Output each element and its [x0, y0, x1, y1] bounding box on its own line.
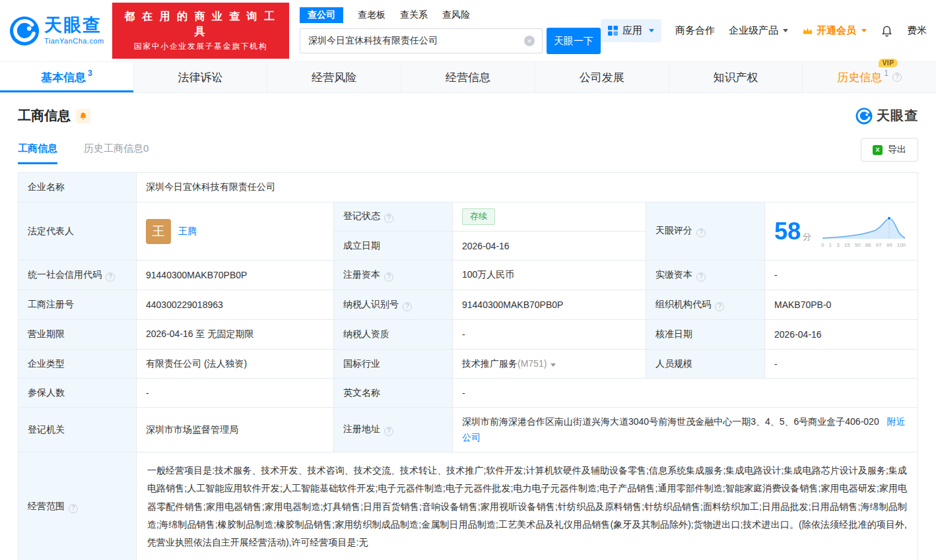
tab-badge: 1: [884, 69, 888, 78]
chevron-down-icon: [861, 29, 867, 32]
help-icon[interactable]: ?: [384, 427, 393, 436]
legal-rep-value: 王 王腾: [137, 202, 334, 261]
slogan-line1: 都 在 用 的 商 业 查 询 工 具: [119, 9, 283, 39]
chevron-down-icon: [649, 29, 654, 32]
tab-operation-risk[interactable]: 经营风险: [267, 62, 401, 92]
score-value-cell: 58分 0131550869799100: [765, 202, 918, 261]
business-info-table: 企业名称 深圳今日宜休科技有限责任公司 法定代表人 王 王腾 登记状态? 存续: [18, 172, 918, 560]
score-value: 58: [774, 218, 801, 245]
reg-capital-value: 100万人民币: [453, 261, 646, 290]
help-icon[interactable]: ?: [696, 228, 706, 237]
search-tab-company[interactable]: 查公司: [300, 7, 343, 23]
export-button[interactable]: X 导出: [861, 138, 918, 162]
crown-icon: [802, 26, 813, 35]
business-cooperation-link[interactable]: 商务合作: [675, 24, 715, 37]
excel-icon: X: [873, 145, 883, 155]
help-icon[interactable]: ?: [403, 302, 412, 311]
credit-code-value: 91440300MAKB70PB0P: [137, 261, 334, 290]
company-nav-tabs: 基本信息 3 法律诉讼 经营风险 经营信息 公司发展 知识产权 历史信息 VIP…: [0, 61, 936, 93]
staff-size-label: 人员规模: [646, 350, 765, 379]
open-vip-menu[interactable]: 开通会员: [802, 24, 867, 37]
chevron-down-icon[interactable]: [551, 363, 556, 367]
score-curve: [821, 214, 906, 239]
status-badge: 存续: [462, 208, 495, 225]
table-row: 法定代表人 王 王腾 登记状态? 存续 天眼评分?: [18, 202, 918, 232]
enterprise-product-menu[interactable]: 企业级产品: [729, 24, 788, 37]
user-menu[interactable]: 费米: [907, 24, 927, 37]
header-actions: 应用 商务合作 企业级产品 开通会员 费米: [601, 19, 927, 42]
tianyancha-logo-icon: [855, 108, 873, 125]
taxpayer-quality-value: -: [453, 320, 646, 350]
legal-rep-label: 法定代表人: [18, 202, 137, 261]
tab-company-development[interactable]: 公司发展: [535, 62, 669, 92]
insured-value: -: [137, 379, 334, 408]
approval-date-value: 2026-04-16: [765, 320, 918, 350]
section-watermark: 天眼查: [855, 107, 918, 125]
search-button[interactable]: 天眼一下: [547, 28, 601, 54]
tab-intellectual-property[interactable]: 知识产权: [669, 62, 803, 92]
establish-date-label: 成立日期: [334, 232, 453, 261]
reg-status-label: 登记状态?: [334, 202, 453, 232]
subscribe-bell-button[interactable]: [76, 109, 90, 123]
business-term-label: 营业期限: [18, 320, 137, 350]
company-type-label: 企业类型: [18, 350, 137, 379]
tab-legal-litigation[interactable]: 法律诉讼: [134, 62, 268, 92]
reg-number-value: 440300229018963: [137, 290, 334, 320]
tianyancha-logo[interactable]: 天眼查 TianYanCha.com: [9, 16, 104, 46]
staff-size-value: -: [765, 350, 918, 379]
bell-icon: [79, 111, 88, 121]
reg-address-label: 注册地址?: [334, 408, 453, 452]
help-icon[interactable]: ?: [384, 272, 393, 282]
establish-date-value: 2026-04-16: [453, 232, 646, 261]
avatar[interactable]: 王: [146, 219, 171, 244]
score-distribution-chart: 0131550869799100: [821, 214, 906, 248]
table-row: 企业类型 有限责任公司 (法人独资) 国标行业 技术推广服务(M751) 人员规…: [18, 350, 918, 379]
tab-operation-info[interactable]: 经营信息: [401, 62, 535, 92]
slogan-line2: 国家中小企业发展子基金旗下机构: [119, 41, 283, 52]
search-tab-boss[interactable]: 查老板: [358, 9, 385, 21]
clear-icon[interactable]: ×: [524, 36, 535, 46]
brand-name: 天眼查: [44, 16, 104, 34]
main-content: 工商信息 天眼查 工商信息 历史工商信息0 X 导出: [0, 107, 936, 560]
paid-capital-value: -: [765, 261, 918, 290]
search-tabs: 查公司 查老板 查关系 查风险: [300, 7, 601, 23]
score-unit: 分: [803, 232, 811, 241]
subtab-business-info[interactable]: 工商信息: [18, 142, 57, 164]
credit-code-label: 统一社会信用代码?: [18, 261, 137, 290]
insured-label: 参保人数: [18, 379, 137, 408]
org-code-label: 组织机构代码?: [646, 290, 765, 320]
org-code-value: MAKB70PB-0: [765, 290, 918, 320]
help-icon[interactable]: ?: [715, 302, 724, 311]
reg-authority-value: 深圳市市场监督管理局: [137, 408, 334, 452]
table-row: 登记机关 深圳市市场监督管理局 注册地址? 深圳市前海深港合作区南山街道兴海大道…: [18, 408, 918, 452]
table-row: 企业名称 深圳今日宜休科技有限责任公司: [18, 173, 918, 202]
industry-value: 技术推广服务(M751): [453, 350, 646, 379]
table-row: 参保人数 - 英文名称 -: [18, 379, 918, 408]
tab-basic-info[interactable]: 基本信息 3: [0, 62, 134, 92]
notification-bell[interactable]: [881, 24, 893, 37]
search-input[interactable]: [300, 28, 543, 53]
industry-label: 国标行业: [334, 350, 453, 379]
score-label: 天眼评分?: [646, 202, 765, 261]
help-icon[interactable]: ?: [384, 214, 393, 223]
tab-history-info[interactable]: 历史信息 VIP 1 ?: [803, 62, 936, 92]
vip-badge: VIP: [879, 59, 898, 67]
help-icon[interactable]: ?: [106, 272, 115, 282]
top-header: 天眼查 TianYanCha.com 都 在 用 的 商 业 查 询 工 具 国…: [0, 0, 936, 61]
help-icon[interactable]: ?: [892, 73, 902, 82]
subtab-history-business-info[interactable]: 历史工商信息0: [84, 142, 149, 164]
reg-number-label: 工商注册号: [18, 290, 137, 320]
apps-menu[interactable]: 应用: [601, 19, 661, 42]
legal-rep-link[interactable]: 王腾: [178, 226, 197, 237]
search-tab-relation[interactable]: 查关系: [400, 9, 428, 21]
paid-capital-label: 实缴资本?: [646, 261, 765, 290]
help-icon[interactable]: ?: [696, 272, 706, 282]
table-row: 经营范围? 一般经营项目是:技术服务、技术开发、技术咨询、技术交流、技术转让、技…: [18, 452, 918, 560]
tab-badge: 3: [88, 69, 92, 78]
tianyancha-logo-icon: [9, 16, 40, 46]
help-icon[interactable]: ?: [69, 504, 78, 513]
search-tab-risk[interactable]: 查风险: [442, 9, 470, 21]
username: 费米: [907, 24, 927, 37]
english-name-label: 英文名称: [334, 379, 453, 408]
reg-capital-label: 注册资本?: [334, 261, 453, 290]
